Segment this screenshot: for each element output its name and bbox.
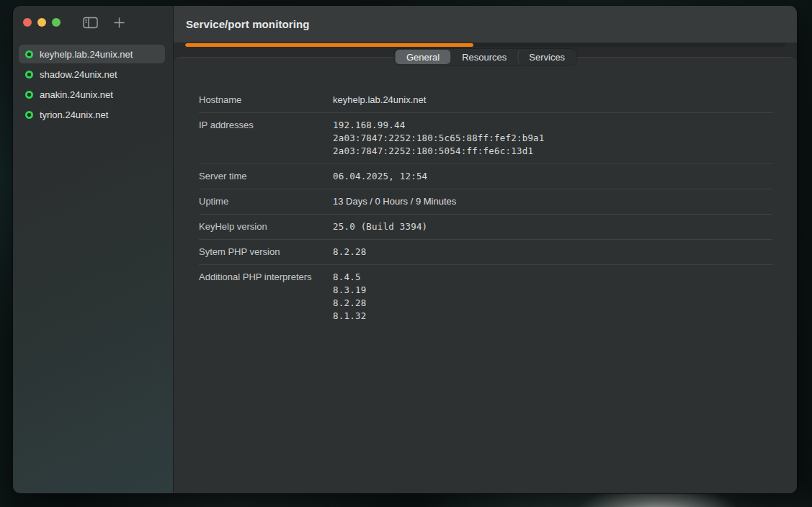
tab-label: Resources [462,52,507,63]
add-icon [113,17,125,29]
detail-values: 13 Days / 0 Hours / 9 Minutes [333,195,772,208]
detail-row: Sytem PHP version 8.2.28 [199,240,772,265]
detail-values: 8.2.28 [333,246,772,259]
tab-general[interactable]: General [395,50,450,64]
detail-row: KeyHelp version 25.0 (Build 3394) [199,215,772,240]
tab-resources[interactable]: Resources [450,50,517,64]
detail-value-line: 192.168.99.44 [333,119,772,132]
detail-label: Hostname [199,94,333,107]
minimize-button[interactable] [37,18,46,27]
server-list: keyhelp.lab.24unix.net shadow.24unix.net… [13,45,173,124]
details-table: Hostname keyhelp.lab.24unix.net IP addre… [174,58,797,328]
detail-label: Uptime [199,195,333,208]
sidebar-item-server[interactable]: anakin.24unix.net [19,85,165,104]
tab-label: Services [529,52,565,63]
detail-row: Additional PHP interpreters 8.4.58.3.198… [199,265,772,328]
detail-values: keyhelp.lab.24unix.net [333,94,772,107]
detail-label: IP addresses [199,119,333,158]
server-name-label: shadow.24unix.net [40,69,117,80]
detail-value-line: 13 Days / 0 Hours / 9 Minutes [333,195,772,208]
detail-value-line: 8.2.28 [333,246,772,259]
sidebar-toggle-button[interactable] [83,17,98,29]
status-online-icon [25,91,33,99]
sidebar: keyhelp.lab.24unix.net shadow.24unix.net… [13,6,174,493]
server-name-label: anakin.24unix.net [40,89,113,100]
tab-label: General [406,52,440,63]
detail-value-line: 8.3.19 [333,284,772,297]
traffic-lights [23,18,66,27]
tab-bar: General Resources Services [394,49,576,65]
status-online-icon [25,71,33,78]
content-panel: General Resources Services Hostname keyh… [174,57,797,493]
detail-value-line: 06.04.2025, 12:54 [333,170,772,183]
page-title: Service/port monitoring [186,18,310,30]
sidebar-header [13,6,173,39]
server-name-label: tyrion.24unix.net [40,109,108,120]
detail-values: 25.0 (Build 3394) [333,220,772,233]
sidebar-item-server[interactable]: shadow.24unix.net [19,65,165,84]
status-online-icon [25,111,33,119]
zoom-button[interactable] [52,18,61,27]
detail-value-line: keyhelp.lab.24unix.net [333,94,772,107]
detail-value-line: 8.4.5 [333,271,772,284]
detail-values: 8.4.58.3.198.2.288.1.32 [333,271,772,323]
detail-value-line: 8.1.32 [333,310,772,323]
toolbar: Service/port monitoring [174,6,797,42]
detail-label: KeyHelp version [199,220,333,233]
main-area: Service/port monitoring General Resource… [174,6,797,493]
detail-value-line: 25.0 (Build 3394) [333,220,772,233]
sidebar-item-server[interactable]: keyhelp.lab.24unix.net [19,45,165,63]
close-button[interactable] [23,18,32,27]
detail-value-line: 2a03:7847:2252:180:5c65:88ff:fef2:b9a1 [333,132,772,145]
progress-bar [185,43,785,47]
detail-label: Server time [199,170,333,183]
server-name-label: keyhelp.lab.24unix.net [40,49,133,60]
tab-services[interactable]: Services [517,50,576,64]
detail-label: Sytem PHP version [199,246,333,259]
status-online-icon [25,50,33,58]
detail-value-line: 8.2.28 [333,297,772,310]
detail-values: 06.04.2025, 12:54 [333,170,772,183]
app-window: keyhelp.lab.24unix.net shadow.24unix.net… [13,6,797,493]
add-server-button[interactable] [113,17,125,29]
detail-label: Additional PHP interpreters [199,271,333,323]
detail-row: Server time 06.04.2025, 12:54 [199,164,772,189]
detail-row: IP addresses 192.168.99.442a03:7847:2252… [199,113,772,164]
detail-row: Hostname keyhelp.lab.24unix.net [199,88,772,113]
detail-value-line: 2a03:7847:2252:180:5054:ff:fe6c:13d1 [333,145,772,158]
detail-row: Uptime 13 Days / 0 Hours / 9 Minutes [199,189,772,215]
progress-fill [185,43,473,47]
sidebar-toggle-icon [83,17,98,29]
sidebar-item-server[interactable]: tyrion.24unix.net [19,105,165,124]
detail-values: 192.168.99.442a03:7847:2252:180:5c65:88f… [333,119,772,158]
